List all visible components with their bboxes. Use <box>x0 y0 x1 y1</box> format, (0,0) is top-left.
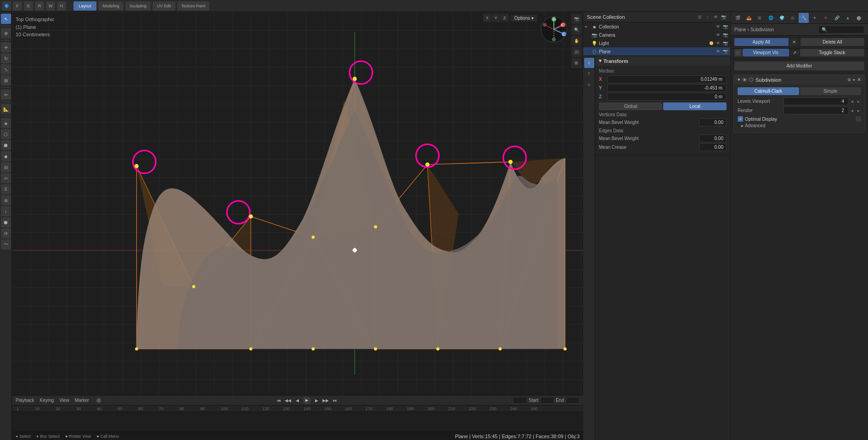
prop-scene-tab[interactable]: 🌐 <box>766 13 776 23</box>
levels-viewport-minus[interactable]: ◂ <box>849 99 855 104</box>
prop-render-tab[interactable]: 🎬 <box>733 13 743 23</box>
plane-vis-render[interactable]: 📷 <box>722 48 728 55</box>
prev-keyframe-btn[interactable]: ◀◀ <box>284 397 292 404</box>
advanced-toggle[interactable]: ▸ Advanced <box>738 122 861 130</box>
outliner-hide-icon[interactable]: 👁 <box>712 14 719 20</box>
viewport[interactable]: Top Orthographic (1) Plane 10 Centimeter… <box>12 12 583 395</box>
next-frame-btn[interactable]: ▶ <box>313 397 320 404</box>
timeline-menu-marker[interactable]: Marker <box>75 398 89 403</box>
camera-vis-render[interactable]: 📷 <box>722 32 728 38</box>
workspace-modeling[interactable]: Modeling <box>98 1 124 11</box>
viewport-options-btn[interactable]: Options ▾ <box>511 15 537 22</box>
add-mesh-btn[interactable]: ◈ <box>1 118 11 128</box>
z-axis-btn[interactable]: Z <box>501 14 509 22</box>
timeline-menu-view[interactable]: View <box>59 398 69 403</box>
knife-btn[interactable]: ✂ <box>1 173 11 183</box>
poly-build-btn[interactable]: ⬟ <box>1 217 11 227</box>
optimal-display-checkbox[interactable]: ✓ <box>738 116 743 122</box>
prop-physics-tab[interactable]: ⚛ <box>821 13 831 23</box>
light-vis-eye[interactable]: 👁 <box>715 40 721 46</box>
delete-all-btn[interactable]: Delete All <box>800 38 865 46</box>
vert-mean-bevel-value[interactable]: 0.00 <box>699 118 727 126</box>
subdivision-eye-icon[interactable]: 👁 <box>742 77 747 83</box>
toggle-stack-btn[interactable]: Toggle Stack <box>800 49 865 56</box>
modifier-search-input[interactable] <box>818 26 864 34</box>
timeline-menu-keying[interactable]: Keying <box>40 398 54 403</box>
menu-window[interactable]: W <box>46 1 55 11</box>
simple-btn[interactable]: Simple <box>800 87 862 95</box>
extrude-btn[interactable]: ⬡ <box>1 129 11 139</box>
play-btn[interactable]: ▶ <box>303 396 311 405</box>
inset-btn[interactable]: ⬢ <box>1 140 11 150</box>
x-axis-btn[interactable]: X <box>483 14 491 22</box>
record-btn[interactable] <box>96 398 101 403</box>
y-axis-btn[interactable]: Y <box>492 14 500 22</box>
local-toggle-btn[interactable]: Local <box>663 102 727 110</box>
outliner-camera-item[interactable]: 📷 Camera 👁 📷 <box>583 31 730 39</box>
apply-all-btn[interactable]: Apply All <box>734 38 789 46</box>
add-modifier-btn[interactable]: Add Modifier <box>734 62 864 70</box>
x-value[interactable]: 0.01249 m <box>607 75 727 83</box>
timeline-menu-playback[interactable]: Playback <box>16 398 34 403</box>
prev-frame-btn[interactable]: ◀ <box>293 397 301 404</box>
scale-tool-btn[interactable]: ⤡ <box>1 64 11 74</box>
end-frame-input[interactable]: 250 <box>566 397 580 404</box>
outliner-filter-icon[interactable]: ⊟ <box>697 14 703 20</box>
outliner-render-icon[interactable]: 📷 <box>720 14 727 20</box>
vtab-item[interactable]: I <box>584 58 594 68</box>
subdivision-settings-icon[interactable]: ⚙ <box>847 78 851 82</box>
workspace-layout[interactable]: Layout <box>73 1 96 11</box>
subdivision-close-btn[interactable]: ✕ <box>857 77 861 83</box>
viewport-grid-btn[interactable]: ⊞ <box>571 58 581 68</box>
plane-vis-eye[interactable]: 👁 <box>715 48 721 55</box>
outliner-light-item[interactable]: 💡 Light 👁 📷 <box>583 39 730 47</box>
levels-viewport-value[interactable]: 4 <box>783 97 848 105</box>
prop-view-layer-tab[interactable]: ⊞ <box>755 13 765 23</box>
mean-crease-value[interactable]: 0.00 <box>699 143 727 151</box>
prop-constraints-tab[interactable]: 🔗 <box>832 13 842 23</box>
next-keyframe-btn[interactable]: ▶▶ <box>322 397 329 404</box>
nav-gizmo[interactable]: X Y Z <box>540 16 568 43</box>
measure-tool-btn[interactable]: 📐 <box>1 104 11 114</box>
render-level-plus[interactable]: ▸ <box>856 108 861 113</box>
workspace-sculpting[interactable]: Sculpting <box>125 1 151 11</box>
z-value[interactable]: 0 m <box>607 93 727 101</box>
rotate-tool-btn[interactable]: ↻ <box>1 53 11 63</box>
subdivision-apply-dropdown[interactable]: ▾ <box>853 78 855 82</box>
viewport-vis-dropdown-btn[interactable]: ⇗ <box>790 50 799 55</box>
cursor-tool-btn[interactable]: ⊕ <box>1 28 11 38</box>
global-toggle-btn[interactable]: Global <box>599 102 662 110</box>
transform-tool-btn[interactable]: ⊞ <box>1 75 11 85</box>
prop-world-tab[interactable]: 🌍 <box>777 13 787 23</box>
collection-vis-eye[interactable]: 👁 <box>715 23 721 30</box>
viewport-zoom-btn[interactable]: 🔍 <box>571 25 581 35</box>
render-level-value[interactable]: 2 <box>783 107 848 114</box>
annotate-tool-btn[interactable]: ✏ <box>1 90 11 100</box>
start-frame-input[interactable]: 1 <box>540 397 554 404</box>
vertex-slide-btn[interactable]: ↕ <box>1 206 11 216</box>
collection-vis-render[interactable]: 📷 <box>722 23 728 30</box>
prop-object-tab[interactable]: ◎ <box>788 13 798 23</box>
viewport-move-btn[interactable]: ✋ <box>571 36 581 46</box>
skip-end-btn[interactable]: ⏭ <box>331 397 338 404</box>
prop-data-tab[interactable]: ▲ <box>843 13 853 23</box>
catmull-clark-btn[interactable]: Catmull-Clark <box>738 87 799 95</box>
y-value[interactable]: -0.453 m <box>607 84 727 92</box>
loop-cut-btn[interactable]: ⊟ <box>1 162 11 172</box>
apply-all-dropdown-btn[interactable]: ✕ <box>789 38 799 46</box>
outliner-sync-icon[interactable]: ↕ <box>705 14 711 20</box>
camera-vis-eye[interactable]: 👁 <box>715 32 721 38</box>
vtab-tool[interactable]: T <box>584 69 594 79</box>
outliner-plane-item[interactable]: ⬡ Plane 👁 📷 <box>583 47 730 56</box>
prop-output-tab[interactable]: 📤 <box>744 13 754 23</box>
workspace-uvs[interactable]: UV Edit <box>152 1 175 11</box>
levels-viewport-plus[interactable]: ▸ <box>856 99 861 104</box>
timeline-body[interactable]: 1 10 20 30 40 50 60 70 80 90 100 110 120… <box>12 406 583 432</box>
move-tool-btn[interactable]: ✛ <box>1 42 11 52</box>
current-frame-input[interactable]: 1 <box>513 397 527 404</box>
spin-btn[interactable]: ⟳ <box>1 228 11 238</box>
prop-particles-tab[interactable]: ✦ <box>810 13 820 23</box>
light-vis-render[interactable]: 📷 <box>722 40 728 46</box>
bevel-btn[interactable]: ◆ <box>1 151 11 161</box>
vtab-view[interactable]: V <box>584 80 594 90</box>
